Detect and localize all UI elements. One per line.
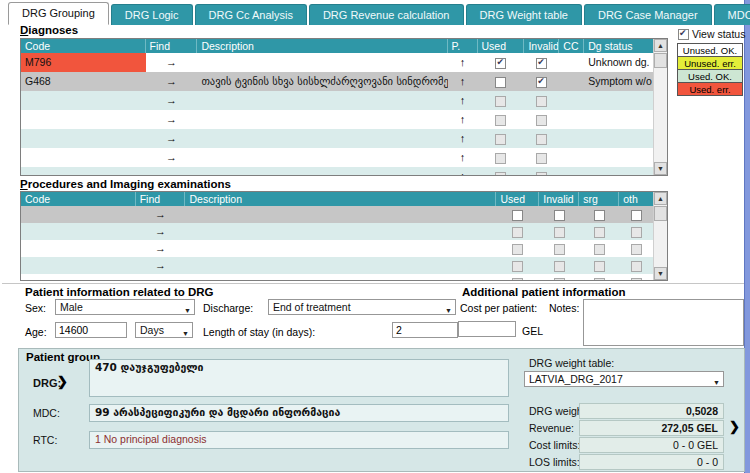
srg-checkbox (594, 244, 605, 255)
code-cell[interactable] (21, 223, 136, 240)
scroll-down-button[interactable]: ▼ (654, 162, 667, 175)
code-cell[interactable] (21, 206, 136, 223)
srg-checkbox[interactable] (594, 210, 605, 221)
invalid-checkbox[interactable]: ✔ (536, 77, 547, 88)
principal-arrow-icon[interactable]: ↑ (460, 132, 466, 144)
table-row[interactable]: →↑ (21, 167, 654, 176)
code-cell[interactable] (21, 274, 136, 281)
principal-arrow-icon[interactable]: ↑ (460, 170, 466, 176)
drg-weight-table-select[interactable]: LATVIA_DRG_2017 ▼ (524, 371, 724, 387)
used-cell (478, 129, 525, 148)
description-cell (197, 148, 447, 167)
tab-drg-grouping[interactable]: DRG Grouping (8, 2, 109, 25)
invalid-cell (539, 240, 579, 257)
table-row[interactable]: → (21, 274, 654, 281)
used-checkbox[interactable] (495, 77, 506, 88)
currency-label: GEL (522, 325, 543, 337)
used-checkbox[interactable]: ✔ (495, 58, 506, 69)
oth-checkbox[interactable] (631, 210, 642, 221)
tab-drg-cc-analysis[interactable]: DRG Cc Analysis (195, 4, 307, 25)
code-cell[interactable] (21, 91, 146, 110)
drg-value-box: 470 დაუჯგუფებელი (89, 359, 509, 397)
used-cell (478, 72, 525, 91)
find-button[interactable]: → (166, 151, 177, 163)
invalid-checkbox (536, 96, 547, 107)
tab-drg-revenue-calculation[interactable]: DRG Revenue calculation (309, 4, 464, 25)
chevron-down-icon: ▼ (445, 304, 452, 315)
used-checkbox[interactable] (512, 210, 523, 221)
principal-arrow-icon[interactable]: ↑ (460, 94, 466, 106)
find-button[interactable]: → (166, 113, 177, 125)
find-button[interactable]: → (155, 276, 166, 281)
drg-expand-chevron[interactable]: ❯ (57, 374, 68, 389)
table-row[interactable]: → (21, 223, 654, 240)
table-row[interactable]: →↑ (21, 148, 654, 167)
invalid-checkbox[interactable] (554, 210, 565, 221)
legend-item: Used. OK. (677, 69, 743, 83)
table-row[interactable]: →↑ (21, 129, 654, 148)
discharge-select[interactable]: End of treatment ▼ (268, 299, 456, 315)
procedures-body: CodeFindDescriptionUsedInvalidsrgoth→→→→… (21, 192, 654, 281)
find-button[interactable]: → (166, 94, 177, 106)
table-row[interactable]: G468→თავის ტვინის სხვა სისხლძარღვოვანი ს… (21, 72, 654, 91)
description-cell (197, 53, 447, 72)
view-status-checkbox[interactable]: ✔ (678, 29, 689, 40)
code-cell[interactable]: M796 (21, 53, 146, 72)
code-cell[interactable] (21, 129, 146, 148)
revenue-detail-chevron[interactable]: ❯ (729, 419, 740, 434)
scroll-up-button[interactable]: ▲ (654, 39, 667, 52)
code-cell[interactable] (21, 167, 146, 176)
code-cell[interactable] (21, 257, 136, 274)
table-row[interactable]: → (21, 206, 654, 223)
invalid-cell (539, 206, 579, 223)
find-button[interactable]: → (166, 75, 177, 87)
find-button[interactable]: → (166, 132, 177, 144)
table-row[interactable]: → (21, 257, 654, 274)
check-icon: ✔ (537, 77, 545, 86)
invalid-checkbox[interactable]: ✔ (536, 58, 547, 69)
find-button[interactable]: → (155, 242, 166, 254)
description-cell (185, 223, 496, 240)
tab-drg-weight-table[interactable]: DRG Weight table (466, 4, 582, 25)
principal-arrow-icon[interactable]: ↑ (460, 151, 466, 163)
sex-select[interactable]: Male ▼ (55, 299, 195, 315)
notes-field[interactable] (583, 299, 744, 346)
find-button[interactable]: → (155, 225, 166, 237)
find-button[interactable]: → (155, 208, 166, 220)
code-cell[interactable] (21, 148, 146, 167)
tab-drg-case-manager[interactable]: DRG Case Manager (584, 4, 712, 25)
principal-arrow-icon[interactable]: ↑ (460, 75, 466, 87)
table-row[interactable]: M796→↑✔✔Unknown dg. (21, 53, 654, 72)
scroll-up-button[interactable]: ▲ (654, 192, 667, 205)
cc-cell (559, 91, 584, 110)
age-unit-select[interactable]: Days ▼ (135, 322, 193, 338)
find-button[interactable]: → (166, 56, 177, 68)
find-button[interactable]: → (166, 170, 177, 176)
scroll-down-button[interactable]: ▼ (654, 267, 667, 280)
scroll-thumb[interactable] (654, 206, 667, 221)
cost-per-patient-field[interactable] (458, 321, 516, 337)
table-row[interactable]: → (21, 240, 654, 257)
used-checkbox (512, 278, 523, 281)
description-cell (197, 110, 447, 129)
sex-value: Male (60, 301, 83, 313)
tab-mdc-help[interactable]: MDC Help (714, 4, 750, 25)
code-cell[interactable] (21, 240, 136, 257)
table-row[interactable]: →↑ (21, 110, 654, 129)
diagnoses-scrollbar[interactable]: ▲ ▼ (653, 39, 667, 175)
principal-arrow-icon[interactable]: ↑ (460, 56, 466, 68)
code-cell[interactable] (21, 110, 146, 129)
table-row[interactable]: →↑ (21, 91, 654, 110)
length-of-stay-field[interactable] (392, 322, 458, 338)
mdc-value-box: 99 არასპეციფიკური და მცდარი ინფორმაცია (89, 404, 509, 422)
scroll-thumb[interactable] (654, 53, 667, 68)
procedures-scrollbar[interactable]: ▲ ▼ (653, 192, 667, 280)
find-cell: → (136, 240, 186, 257)
tab-drg-logic[interactable]: DRG Logic (111, 4, 193, 25)
principal-cell: ↑ (448, 148, 478, 167)
age-field[interactable] (55, 322, 127, 338)
cost-per-patient-label: Cost per patient: (460, 302, 537, 314)
code-cell[interactable]: G468 (21, 72, 146, 91)
principal-arrow-icon[interactable]: ↑ (460, 113, 466, 125)
find-button[interactable]: → (155, 259, 166, 271)
